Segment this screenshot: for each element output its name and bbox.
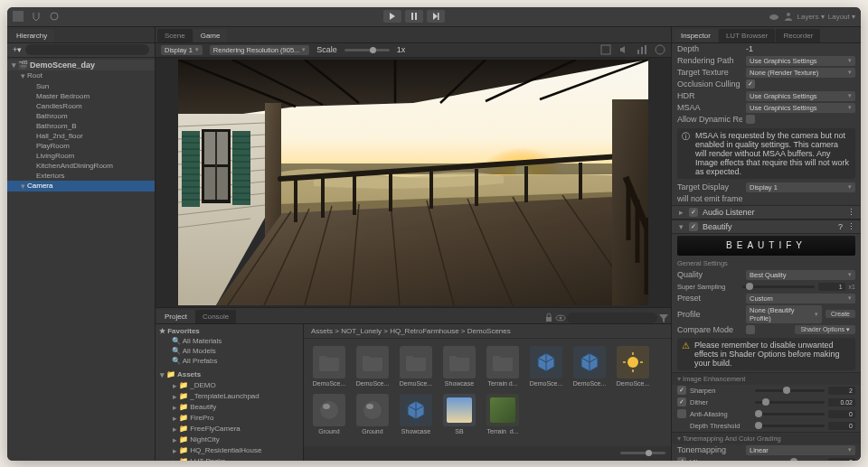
hierarchy-item[interactable]: Bathroom: [7, 111, 155, 121]
msaa-dropdown[interactable]: Use Graphics Settings: [746, 103, 855, 113]
help-icon[interactable]: ?: [838, 222, 843, 231]
hierarchy-item[interactable]: ▾Camera: [7, 181, 155, 191]
assets-header[interactable]: ▾📁 Assets: [156, 369, 303, 380]
dynres-checkbox[interactable]: [746, 115, 755, 124]
super-sampling-slider[interactable]: [742, 285, 815, 288]
asset-item[interactable]: DemoSce...: [571, 346, 608, 387]
folder-item[interactable]: ▸📁 _TemplateLaunchpad: [156, 391, 303, 402]
hierarchy-search[interactable]: [25, 44, 149, 55]
tab-recorder[interactable]: Recorder: [776, 29, 820, 42]
eye-icon[interactable]: [555, 313, 566, 323]
sharpen-checkbox[interactable]: ✓: [677, 386, 686, 395]
app-menu-icon[interactable]: [13, 11, 24, 22]
tab-console[interactable]: Console: [195, 310, 236, 323]
depth-value[interactable]: -1: [746, 44, 855, 53]
shader-options-button[interactable]: Shader Options ▾: [795, 325, 855, 334]
hand-tool-icon[interactable]: [31, 11, 42, 22]
hierarchy-item[interactable]: Master Bedroom: [7, 91, 155, 101]
hdr-dropdown[interactable]: Use Graphics Settings: [746, 91, 855, 101]
favorite-item[interactable]: 🔍 All Prefabs: [156, 356, 303, 366]
tonemapping-dropdown[interactable]: Linear: [746, 445, 855, 455]
profile-field[interactable]: None (Beautify Profile): [746, 305, 822, 323]
asset-item[interactable]: DemoSce...: [528, 346, 564, 387]
hierarchy-item[interactable]: Bathroom_B: [7, 121, 155, 131]
asset-item[interactable]: Terrain_d...: [485, 394, 521, 434]
folder-item[interactable]: ▸📁 NightCity: [156, 434, 303, 445]
folder-item[interactable]: ▸📁 Beautify: [156, 402, 303, 413]
cloud-icon[interactable]: [769, 11, 779, 22]
compare-checkbox[interactable]: [746, 325, 755, 334]
tab-game[interactable]: Game: [193, 29, 228, 42]
hierarchy-item[interactable]: Exteriors: [7, 171, 155, 181]
preset-dropdown[interactable]: Custom: [746, 294, 855, 304]
scale-slider[interactable]: [344, 49, 390, 51]
tab-hierarchy[interactable]: Hierarchy: [9, 29, 54, 42]
folder-item[interactable]: ▸📁 HQ_ResidentialHouse: [156, 445, 303, 456]
depth-threshold-slider[interactable]: [755, 425, 825, 427]
tab-lut-browser[interactable]: LUT Browser: [719, 29, 776, 42]
tab-scene[interactable]: Scene: [157, 29, 193, 42]
folder-item[interactable]: ▸📁 _DEMO: [156, 380, 303, 391]
play-button[interactable]: [383, 10, 401, 23]
aspect-dropdown[interactable]: Rendering Resolution (905...: [210, 45, 309, 55]
asset-item[interactable]: Ground: [354, 394, 391, 434]
project-search[interactable]: [567, 313, 657, 323]
quality-dropdown[interactable]: Best Quality: [746, 270, 855, 280]
asset-item[interactable]: Showcase: [398, 394, 434, 434]
favorite-item[interactable]: 🔍 All Models: [156, 346, 303, 356]
component-menu-icon[interactable]: ⋮: [847, 222, 855, 231]
filter-icon[interactable]: [658, 313, 669, 323]
favorites-header[interactable]: ★ Favorites: [156, 326, 303, 336]
dither-checkbox[interactable]: ✓: [677, 397, 686, 406]
display-dropdown[interactable]: Display 1: [161, 45, 203, 55]
folder-item[interactable]: ▸📁 FirePro: [156, 413, 303, 424]
layout-dropdown[interactable]: Layout ▾: [828, 13, 855, 21]
audio-listener-header[interactable]: ▸✓Audio Listener⋮: [672, 205, 861, 219]
antialias-checkbox[interactable]: [677, 409, 686, 418]
asset-item[interactable]: DemoSce...: [398, 346, 434, 387]
hierarchy-item[interactable]: CandlesRoom: [7, 101, 155, 111]
maximize-icon[interactable]: [600, 44, 611, 55]
asset-item[interactable]: DemoSce...: [615, 346, 651, 387]
stats-icon[interactable]: [637, 44, 647, 55]
asset-item[interactable]: Ground: [311, 394, 347, 434]
target-texture-field[interactable]: None (Render Texture): [746, 68, 855, 78]
asset-item[interactable]: Showcase: [441, 346, 477, 387]
rendering-path-dropdown[interactable]: Use Graphics Settings: [746, 56, 855, 66]
breadcrumb[interactable]: Assets > NOT_Lonely > HQ_RetroFarmhouse …: [304, 324, 671, 339]
section-image-enhancement[interactable]: Image Enhancement: [672, 372, 861, 385]
account-icon[interactable]: [783, 11, 794, 22]
component-menu-icon[interactable]: ⋮: [847, 208, 855, 217]
sharpen-slider[interactable]: [755, 389, 825, 392]
tab-inspector[interactable]: Inspector: [674, 29, 718, 42]
folder-item[interactable]: ▸📁 LUT Packs: [156, 456, 303, 461]
layers-dropdown[interactable]: Layers ▾: [797, 13, 825, 21]
asset-item[interactable]: DemoSce...: [354, 346, 391, 387]
lock-icon[interactable]: [543, 313, 554, 323]
scene-root[interactable]: ▾🎬DemoScene_day: [7, 60, 155, 70]
hierarchy-item[interactable]: KitchenAndDiningRoom: [7, 161, 155, 171]
asset-item[interactable]: SB: [441, 394, 477, 434]
pivot-icon[interactable]: [49, 11, 60, 22]
thumbnail-size-slider[interactable]: [620, 452, 665, 454]
favorite-item[interactable]: 🔍 All Materials: [156, 336, 303, 346]
super-sampling-value[interactable]: 1: [818, 283, 845, 291]
pause-button[interactable]: [405, 10, 423, 23]
dither-slider[interactable]: [755, 401, 825, 404]
mute-icon[interactable]: [618, 44, 629, 55]
target-display-dropdown[interactable]: Display 1: [746, 182, 855, 192]
gizmos-icon[interactable]: [655, 44, 665, 55]
profile-create-button[interactable]: Create: [826, 310, 855, 318]
hierarchy-item[interactable]: Sun: [7, 81, 155, 91]
hierarchy-item[interactable]: LivingRoom: [7, 151, 155, 161]
hierarchy-item[interactable]: PlayRoom: [7, 141, 155, 151]
asset-item[interactable]: Terrain d...: [485, 346, 521, 387]
asset-item[interactable]: DemoSce...: [311, 346, 347, 387]
folder-item[interactable]: ▸📁 FreeFlyCamera: [156, 424, 303, 434]
hierarchy-item[interactable]: ▾Root: [7, 70, 155, 81]
hierarchy-item[interactable]: Hall_2nd_floor: [7, 131, 155, 141]
beautify-header[interactable]: ▾✓Beautify?⋮: [672, 219, 861, 234]
antialias-slider[interactable]: [755, 413, 825, 416]
create-dropdown-icon[interactable]: +▾: [13, 45, 22, 54]
occlusion-checkbox[interactable]: ✓: [746, 79, 755, 89]
